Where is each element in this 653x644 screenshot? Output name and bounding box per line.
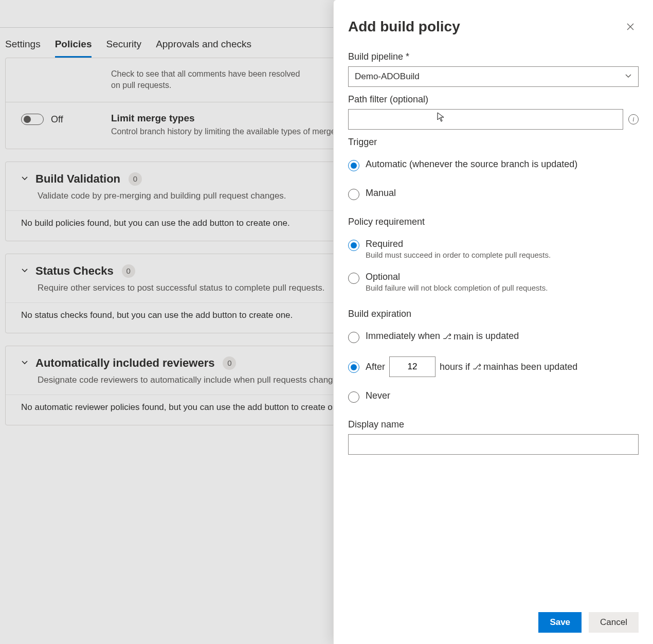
- trigger-manual-label: Manual: [366, 188, 396, 199]
- trigger-manual-option[interactable]: Manual: [348, 188, 639, 200]
- expiration-immediate-label: Immediately when ⎇main is updated: [366, 331, 519, 342]
- path-filter-label: Path filter (optional): [348, 94, 639, 105]
- radio-icon: [348, 391, 359, 403]
- build-pipeline-select[interactable]: Demo-ADOBuild: [348, 66, 639, 87]
- requirement-optional-option[interactable]: Optional Build failure will not block co…: [348, 272, 639, 292]
- expiration-hours-input[interactable]: [389, 356, 436, 377]
- expiration-never-option[interactable]: Never: [348, 390, 639, 403]
- radio-icon: [348, 160, 359, 171]
- expiration-immediate-option[interactable]: Immediately when ⎇main is updated: [348, 331, 639, 343]
- requirement-required-option[interactable]: Required Build must succeed in order to …: [348, 239, 639, 259]
- requirement-optional-sub: Build failure will not block completion …: [366, 283, 548, 292]
- expiration-after-option[interactable]: After hours if ⎇main has been updated: [348, 356, 639, 377]
- cancel-button[interactable]: Cancel: [589, 612, 639, 633]
- trigger-automatic-label: Automatic (whenever the source branch is…: [366, 159, 577, 170]
- dialog-title: Add build policy: [348, 19, 460, 35]
- trigger-automatic-option[interactable]: Automatic (whenever the source branch is…: [348, 159, 639, 171]
- build-pipeline-label: Build pipeline *: [348, 51, 639, 62]
- trigger-label: Trigger: [348, 137, 639, 148]
- chevron-down-icon: [625, 71, 632, 82]
- radio-icon: [348, 189, 359, 200]
- info-icon[interactable]: i: [628, 114, 639, 124]
- requirement-optional-label: Optional: [366, 272, 548, 282]
- display-name-label: Display name: [348, 419, 639, 430]
- expiration-never-label: Never: [366, 390, 390, 401]
- radio-icon: [348, 273, 359, 284]
- radio-icon: [348, 332, 359, 343]
- radio-icon: [348, 240, 359, 251]
- policy-requirement-label: Policy requirement: [348, 217, 639, 227]
- add-build-policy-dialog: Add build policy Build pipeline * Demo-A…: [333, 0, 653, 644]
- radio-icon: [348, 362, 359, 373]
- close-icon[interactable]: [622, 19, 639, 35]
- save-button[interactable]: Save: [538, 612, 582, 633]
- branch-icon: ⎇: [473, 362, 481, 371]
- requirement-required-label: Required: [366, 239, 551, 249]
- requirement-required-sub: Build must succeed in order to complete …: [366, 251, 551, 259]
- display-name-input[interactable]: [348, 434, 639, 455]
- build-pipeline-value: Demo-ADOBuild: [355, 71, 420, 82]
- build-expiration-label: Build expiration: [348, 309, 639, 319]
- branch-icon: ⎇: [443, 332, 451, 341]
- expiration-after-label: After hours if ⎇main has been updated: [366, 356, 577, 377]
- path-filter-input[interactable]: [348, 109, 623, 130]
